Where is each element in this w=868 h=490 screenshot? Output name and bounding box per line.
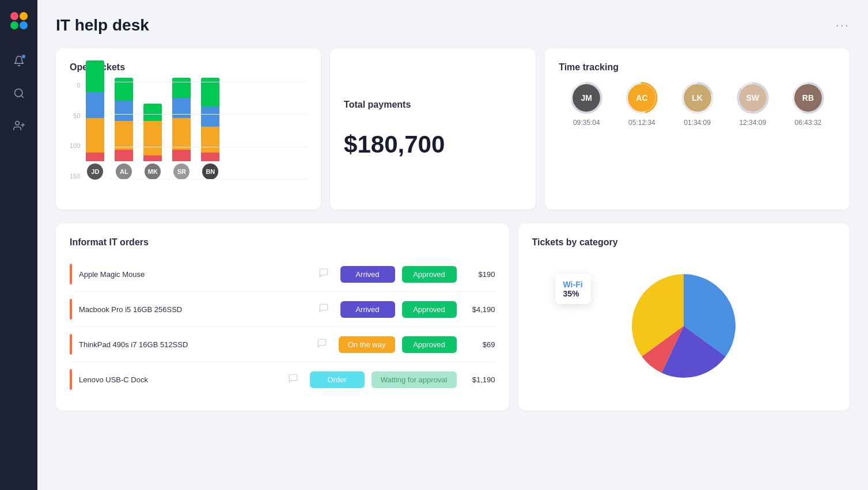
order-price: $190 — [464, 270, 495, 279]
order-name: Apple Magic Mouse — [79, 270, 312, 279]
time-label: 01:34:09 — [684, 119, 711, 127]
time-avatar: RB — [794, 84, 822, 112]
approval-status-button[interactable]: Approved — [402, 336, 457, 353]
avatar: BN — [202, 164, 218, 180]
order-row: ThinkPad 490s i7 16GB 512SSDOn the wayAp… — [70, 327, 495, 362]
payment-amount: $180,700 — [344, 131, 522, 158]
shipping-status-button[interactable]: On the way — [339, 336, 395, 353]
time-person: JM09:35:04 — [570, 82, 602, 127]
bar-segment — [172, 78, 191, 98]
bar-segment — [86, 153, 104, 161]
category-title: Tickets by category — [532, 237, 836, 248]
svg-point-0 — [10, 12, 18, 20]
chat-icon[interactable] — [319, 303, 329, 316]
shipping-status-button[interactable]: Arrived — [340, 301, 395, 318]
page-header: IT help desk ··· — [56, 16, 850, 35]
orders-title: Informat IT orders — [70, 237, 495, 248]
chat-icon[interactable] — [288, 373, 298, 386]
time-avatar-wrap: JM — [570, 82, 602, 114]
page-title: IT help desk — [56, 16, 149, 35]
y-axis: 150 100 50 0 — [70, 82, 80, 180]
y-label-100: 100 — [70, 142, 80, 149]
notification-badge — [21, 54, 26, 59]
svg-point-1 — [20, 12, 28, 20]
avatar: AL — [116, 164, 132, 180]
bar-segment — [86, 118, 104, 153]
time-label: 12:34:09 — [739, 119, 766, 127]
time-avatar: SW — [739, 84, 767, 112]
y-label-150: 150 — [70, 173, 80, 180]
order-name: Macbook Pro i5 16GB 256SSD — [79, 305, 312, 314]
time-avatar-wrap: RB — [792, 82, 824, 114]
bar-segment — [201, 127, 219, 153]
avatar: MK — [145, 164, 161, 180]
add-user-icon[interactable] — [11, 117, 27, 134]
order-name: ThinkPad 490s i7 16GB 512SSD — [79, 340, 310, 349]
shipping-status-button[interactable]: Order — [310, 371, 365, 388]
bottom-row: Informat IT orders Apple Magic MouseArri… — [56, 223, 850, 411]
pie-tooltip-label: Wi-Fi — [563, 280, 583, 289]
bar-segment — [172, 150, 191, 161]
order-row: Lenovo USB-C DockOrderWatting for approv… — [70, 362, 495, 397]
time-persons: JM09:35:04AC05:12:34LK01:34:09SW12:34:09… — [559, 82, 836, 127]
chat-icon[interactable] — [319, 268, 329, 280]
open-tickets-title: Open tickets — [70, 62, 307, 73]
bars-container: JDALMKSRBN — [86, 82, 307, 180]
bar-segment — [86, 92, 104, 118]
time-label: 05:12:34 — [628, 119, 655, 127]
orders-card: Informat IT orders Apple Magic MouseArri… — [56, 223, 509, 411]
bar-segment — [143, 104, 162, 121]
approval-status-button[interactable]: Watting for approval — [372, 371, 457, 388]
approval-status-button[interactable]: Approved — [402, 301, 457, 318]
svg-line-5 — [21, 96, 23, 98]
avatar: JD — [87, 164, 103, 180]
time-label: 06:43:32 — [795, 119, 822, 127]
bar-segment — [143, 121, 162, 155]
bar-group: BN — [201, 78, 219, 180]
svg-point-6 — [15, 121, 19, 126]
total-payments-title: Total payments — [344, 100, 522, 110]
bar-segment — [172, 98, 191, 118]
order-bar-indicator — [70, 334, 72, 355]
bar-segment — [172, 118, 191, 150]
shipping-status-button[interactable]: Arrived — [340, 266, 395, 283]
time-person: RB06:43:32 — [792, 82, 824, 127]
bar-group: MK — [143, 104, 162, 180]
bar-segment — [201, 153, 219, 161]
main-content: IT help desk ··· Open tickets 150 100 50… — [37, 0, 868, 490]
approval-status-button[interactable]: Approved — [402, 266, 457, 283]
pie-chart — [609, 257, 759, 383]
search-icon[interactable] — [11, 85, 27, 101]
order-price: $69 — [464, 340, 495, 349]
time-tracking-title: Time tracking — [559, 62, 836, 73]
pie-container: Wi-Fi 35% — [532, 257, 836, 383]
bar-chart-wrapper: 150 100 50 0 JDALMKSRBN — [70, 82, 307, 196]
time-avatar: LK — [684, 84, 711, 112]
pie-tooltip: Wi-Fi 35% — [555, 274, 591, 304]
bar-group: JD — [86, 60, 104, 180]
pie-tooltip-pct: 35% — [563, 289, 583, 298]
time-tracking-card: Time tracking JM09:35:04AC05:12:34LK01:3… — [545, 48, 850, 210]
order-price: $4,190 — [464, 305, 495, 314]
time-avatar-wrap: SW — [737, 82, 769, 114]
bar-segment — [201, 107, 219, 127]
time-avatar-wrap: LK — [681, 82, 714, 114]
more-button[interactable]: ··· — [836, 18, 850, 33]
chat-icon[interactable] — [317, 338, 327, 351]
bar-segment — [86, 60, 104, 92]
time-avatar-wrap: AC — [626, 82, 658, 114]
order-bar-indicator — [70, 264, 72, 284]
sidebar — [0, 0, 37, 490]
notification-icon[interactable] — [11, 53, 27, 69]
time-person: AC05:12:34 — [626, 82, 658, 127]
orders-list: Apple Magic MouseArrivedApproved$190Macb… — [70, 257, 495, 397]
y-label-0: 0 — [70, 82, 80, 89]
category-card: Tickets by category Wi-Fi 35% — [518, 223, 850, 411]
bar-segment — [115, 101, 133, 121]
order-name: Lenovo USB-C Dock — [79, 375, 281, 384]
total-payments-card: Total payments $180,700 — [330, 48, 536, 210]
open-tickets-card: Open tickets 150 100 50 0 — [56, 48, 321, 210]
app-logo — [9, 10, 29, 31]
order-bar-indicator — [70, 369, 72, 390]
time-label: 09:35:04 — [573, 119, 600, 127]
